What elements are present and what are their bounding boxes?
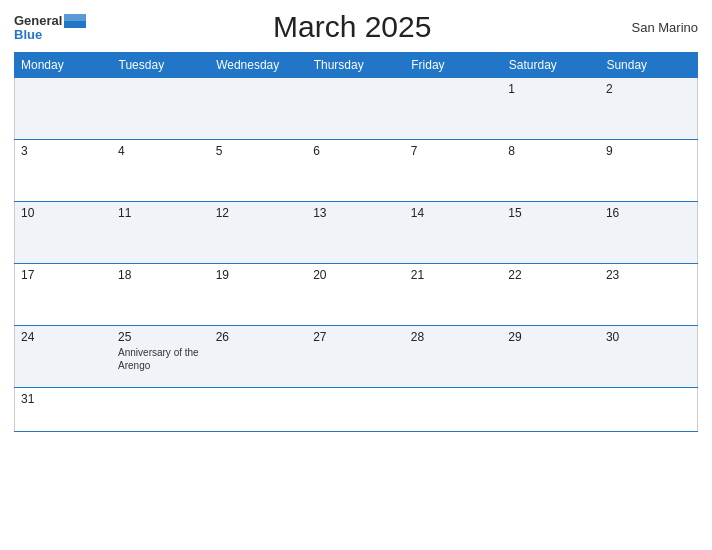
day-number: 4: [118, 144, 204, 158]
calendar-cell: 25Anniversary of the Arengo: [112, 326, 210, 388]
calendar-cell: 2: [600, 78, 698, 140]
header-wednesday: Wednesday: [210, 53, 308, 78]
calendar-cell: 1: [502, 78, 600, 140]
calendar-cell: 20: [307, 264, 405, 326]
days-header-row: Monday Tuesday Wednesday Thursday Friday…: [15, 53, 698, 78]
calendar-page: General Blue March 2025 San Marino Monda…: [0, 0, 712, 550]
calendar-cell: 31: [15, 388, 113, 432]
calendar-cell: 6: [307, 140, 405, 202]
calendar-cell: [307, 388, 405, 432]
calendar-cell: 28: [405, 326, 503, 388]
flag-icon: [64, 14, 86, 28]
day-number: 30: [606, 330, 691, 344]
day-number: 9: [606, 144, 691, 158]
day-number: 18: [118, 268, 204, 282]
day-number: 25: [118, 330, 204, 344]
calendar-cell: 29: [502, 326, 600, 388]
calendar-cell: 7: [405, 140, 503, 202]
day-number: 23: [606, 268, 691, 282]
calendar-cell: [210, 388, 308, 432]
calendar-table: Monday Tuesday Wednesday Thursday Friday…: [14, 52, 698, 432]
month-title: March 2025: [86, 10, 618, 44]
day-number: 17: [21, 268, 106, 282]
header-thursday: Thursday: [307, 53, 405, 78]
week-row-5: 2425Anniversary of the Arengo2627282930: [15, 326, 698, 388]
header: General Blue March 2025 San Marino: [14, 10, 698, 44]
day-number: 15: [508, 206, 594, 220]
day-number: 7: [411, 144, 497, 158]
calendar-cell: [112, 78, 210, 140]
calendar-cell: 15: [502, 202, 600, 264]
day-number: 29: [508, 330, 594, 344]
day-number: 10: [21, 206, 106, 220]
day-number: 31: [21, 392, 106, 406]
calendar-cell: 8: [502, 140, 600, 202]
week-row-2: 3456789: [15, 140, 698, 202]
week-row-6: 31: [15, 388, 698, 432]
day-number: 12: [216, 206, 302, 220]
week-row-4: 17181920212223: [15, 264, 698, 326]
calendar-cell: 10: [15, 202, 113, 264]
calendar-cell: 11: [112, 202, 210, 264]
calendar-cell: 30: [600, 326, 698, 388]
day-number: 3: [21, 144, 106, 158]
calendar-cell: [405, 78, 503, 140]
calendar-cell: [15, 78, 113, 140]
day-number: 28: [411, 330, 497, 344]
event-label: Anniversary of the Arengo: [118, 346, 204, 372]
calendar-cell: 9: [600, 140, 698, 202]
calendar-cell: [112, 388, 210, 432]
calendar-cell: 5: [210, 140, 308, 202]
header-saturday: Saturday: [502, 53, 600, 78]
day-number: 6: [313, 144, 399, 158]
calendar-cell: 14: [405, 202, 503, 264]
day-number: 1: [508, 82, 594, 96]
calendar-cell: 27: [307, 326, 405, 388]
calendar-cell: [405, 388, 503, 432]
day-number: 13: [313, 206, 399, 220]
calendar-cell: 26: [210, 326, 308, 388]
calendar-cell: [210, 78, 308, 140]
calendar-cell: 23: [600, 264, 698, 326]
logo: General Blue: [14, 14, 86, 41]
day-number: 8: [508, 144, 594, 158]
calendar-cell: 13: [307, 202, 405, 264]
calendar-cell: 21: [405, 264, 503, 326]
day-number: 22: [508, 268, 594, 282]
header-sunday: Sunday: [600, 53, 698, 78]
day-number: 11: [118, 206, 204, 220]
week-row-3: 10111213141516: [15, 202, 698, 264]
day-number: 19: [216, 268, 302, 282]
header-tuesday: Tuesday: [112, 53, 210, 78]
svg-rect-0: [64, 14, 86, 21]
calendar-cell: 19: [210, 264, 308, 326]
week-row-1: 12: [15, 78, 698, 140]
logo-blue-text: Blue: [14, 28, 42, 41]
svg-rect-1: [64, 21, 86, 28]
calendar-cell: [502, 388, 600, 432]
calendar-cell: 12: [210, 202, 308, 264]
day-number: 14: [411, 206, 497, 220]
day-number: 5: [216, 144, 302, 158]
calendar-cell: 24: [15, 326, 113, 388]
day-number: 26: [216, 330, 302, 344]
day-number: 21: [411, 268, 497, 282]
calendar-cell: 17: [15, 264, 113, 326]
day-number: 20: [313, 268, 399, 282]
day-number: 24: [21, 330, 106, 344]
day-number: 2: [606, 82, 691, 96]
header-monday: Monday: [15, 53, 113, 78]
calendar-cell: 4: [112, 140, 210, 202]
country-label: San Marino: [618, 20, 698, 35]
logo-general-text: General: [14, 14, 62, 27]
day-number: 16: [606, 206, 691, 220]
calendar-cell: 18: [112, 264, 210, 326]
day-number: 27: [313, 330, 399, 344]
calendar-cell: 16: [600, 202, 698, 264]
calendar-cell: [600, 388, 698, 432]
calendar-cell: [307, 78, 405, 140]
calendar-cell: 22: [502, 264, 600, 326]
calendar-cell: 3: [15, 140, 113, 202]
header-friday: Friday: [405, 53, 503, 78]
